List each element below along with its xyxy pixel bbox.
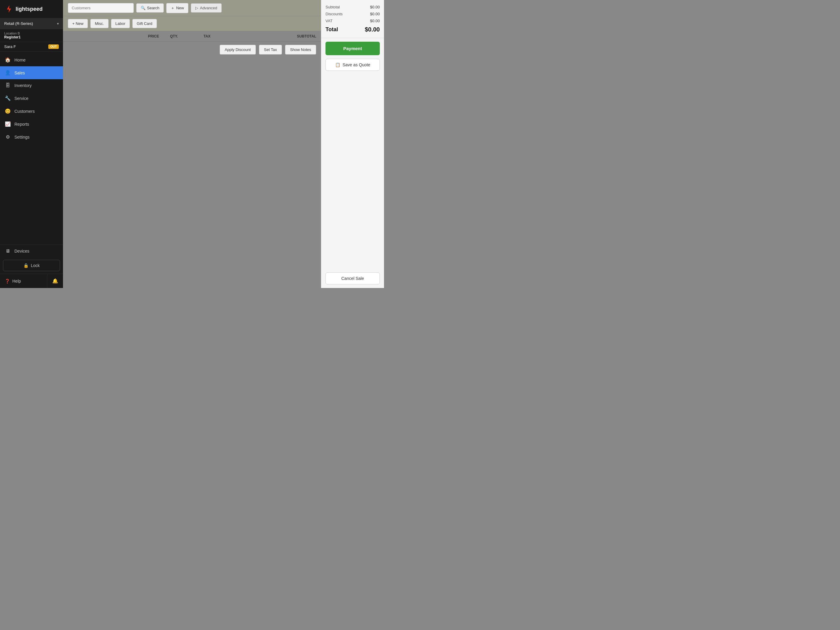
advanced-button[interactable]: ▷ Advanced [191,3,222,13]
total-label: Total [325,27,338,33]
new-label: New [176,6,184,10]
devices-icon: 🖥 [5,248,11,254]
subtotal-value: $0.00 [370,5,380,9]
sidebar-item-devices[interactable]: 🖥 Devices [0,245,63,257]
cancel-sale-button[interactable]: Cancel Sale [325,272,380,284]
grand-total-row: Total $0.00 [325,26,380,33]
items-table-area: PRICE QTY. TAX SUBTOTAL Apply Discount S… [63,31,321,288]
advanced-label: Advanced [200,6,217,10]
lightspeed-logo-icon [5,5,13,13]
lock-icon: 🔒 [24,263,28,268]
logo-area: lightspeed [0,0,63,18]
sidebar-item-home[interactable]: 🏠 Home [0,54,63,66]
advanced-icon: ▷ [195,6,198,10]
search-button[interactable]: 🔍 Search [136,3,164,13]
home-icon: 🏠 [5,57,11,63]
sidebar-item-inventory[interactable]: 🗄 Inventory [0,79,63,92]
save-quote-button[interactable]: 📋 Save as Quote [325,59,380,71]
sidebar-item-service-label: Service [14,96,28,101]
subtotal-label: Subtotal [325,5,340,9]
misc-button[interactable]: Misc. [90,19,108,28]
discounts-row: Discounts $0.00 [325,12,380,16]
apply-discount-button[interactable]: Apply Discount [219,45,256,55]
sidebar-item-reports-label: Reports [14,122,29,126]
new-item-label: + New [72,21,84,26]
location-name: Location B [4,32,59,35]
help-icon: ❓ [5,279,10,284]
misc-label: Misc. [95,21,104,26]
sidebar-bottom: 🖥 Devices 🔒 Lock ❓ Help 🔔 [0,245,63,288]
user-status-badge: OUT [48,44,59,49]
right-panel: Subtotal $0.00 Discounts $0.00 VAT $0.00… [321,0,384,288]
top-bar: 🔍 Search ＋ New ▷ Advanced [63,0,321,16]
labor-button[interactable]: Labor [111,19,130,28]
sidebar: lightspeed Retail (R-Series) ▾ Location … [0,0,63,288]
help-button[interactable]: ❓ Help [0,274,47,288]
svg-marker-0 [7,5,11,13]
location-info: Location B Register1 [0,29,63,42]
sidebar-item-settings[interactable]: ⚙ Settings [0,131,63,144]
actions-row: Apply Discount Set Tax Show Notes [63,42,321,58]
items-bar: + New Misc. Labor Gift Card [63,16,321,31]
app-name: lightspeed [16,6,43,12]
store-selector[interactable]: Retail (R-Series) ▾ [0,18,63,29]
customers-icon: 😊 [5,108,11,114]
user-name: Sara F [4,44,16,49]
qty-column-header: QTY. [165,34,183,38]
vat-value: $0.00 [370,19,380,23]
set-tax-label: Set Tax [264,47,277,52]
search-label: Search [147,6,159,10]
sidebar-item-service[interactable]: 🔧 Service [0,92,63,105]
payment-label: Payment [343,46,362,51]
gift-card-label: Gift Card [137,21,152,26]
sidebar-item-home-label: Home [14,58,25,62]
lock-button[interactable]: 🔒 Lock [3,260,60,271]
notifications-button[interactable]: 🔔 [47,274,63,288]
vat-row: VAT $0.00 [325,19,380,23]
right-panel-spacer [321,74,384,269]
nav-menu: 🏠 Home 👤 Sales 🗄 Inventory 🔧 Service 😊 C… [0,52,63,245]
save-quote-label: Save as Quote [343,62,371,67]
sidebar-item-inventory-label: Inventory [14,83,32,88]
sales-icon: 👤 [5,70,11,76]
help-label: Help [12,279,21,284]
table-header: PRICE QTY. TAX SUBTOTAL [63,31,321,42]
sidebar-item-settings-label: Settings [14,135,30,139]
main-content: 🔍 Search ＋ New ▷ Advanced + New Misc. La… [63,0,321,288]
total-value: $0.00 [365,26,380,33]
reports-icon: 📈 [5,121,11,127]
tax-column-header: TAX [195,34,219,38]
subtotal-row: Subtotal $0.00 [325,5,380,9]
discounts-label: Discounts [325,12,343,16]
cancel-sale-label: Cancel Sale [341,276,364,281]
save-quote-icon: 📋 [335,62,340,67]
user-row: Sara F OUT [0,42,63,52]
search-icon: 🔍 [141,6,145,10]
plus-icon: ＋ [171,5,175,11]
new-item-button[interactable]: + New [68,19,88,28]
inventory-icon: 🗄 [5,83,11,88]
sidebar-item-reports[interactable]: 📈 Reports [0,118,63,131]
gift-card-button[interactable]: Gift Card [132,19,157,28]
show-notes-button[interactable]: Show Notes [285,45,316,55]
help-row: ❓ Help 🔔 [0,273,63,288]
sidebar-item-customers-label: Customers [14,109,35,114]
sidebar-item-customers[interactable]: 😊 Customers [0,105,63,118]
settings-icon: ⚙ [5,134,11,140]
set-tax-button[interactable]: Set Tax [259,45,282,55]
lock-label: Lock [31,263,40,268]
price-column-header: PRICE [135,34,159,38]
discounts-value: $0.00 [370,12,380,16]
bell-icon: 🔔 [52,278,58,284]
sidebar-item-sales[interactable]: 👤 Sales [0,66,63,79]
totals-section: Subtotal $0.00 Discounts $0.00 VAT $0.00… [321,0,384,38]
sidebar-item-sales-label: Sales [14,71,25,75]
new-customer-button[interactable]: ＋ New [166,3,188,13]
chevron-down-icon: ▾ [57,22,59,26]
apply-discount-label: Apply Discount [225,47,251,52]
register-name: Register1 [4,35,59,39]
customers-search-input[interactable] [68,3,134,13]
payment-button[interactable]: Payment [325,42,380,55]
store-name: Retail (R-Series) [4,21,33,26]
service-icon: 🔧 [5,95,11,101]
